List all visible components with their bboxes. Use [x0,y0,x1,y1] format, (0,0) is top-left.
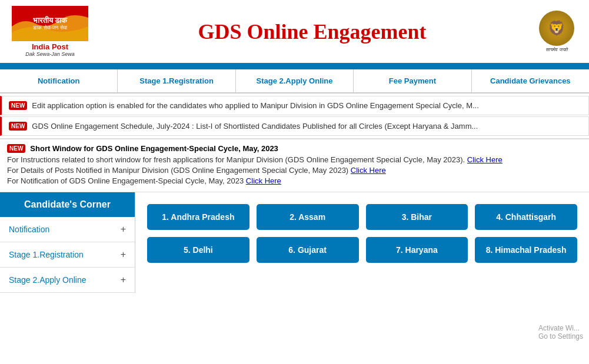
notice-title-row: NEW Short Window for GDS Online Engageme… [7,144,582,153]
notice-new-badge: NEW [7,144,25,153]
notice-line-3: For Notification of GDS Online Engagemen… [7,176,582,185]
india-post-logo-box: भारतीय डाक डाक सेवा-जन सेवा [12,6,88,41]
new-badge-1: NEW [9,101,27,110]
emblem-icon: 🦁 [539,11,574,46]
logo-slogan-text: डाक सेवा-जन सेवा [33,25,67,31]
sidebar-stage1-item: Stage 1.Registration + [0,242,135,268]
nav-fee-payment[interactable]: Fee Payment [354,69,471,92]
national-emblem: 🦁 सत्यमेव जयते [536,8,577,55]
blue-divider-bar [0,65,589,69]
state-btn-himachal-pradesh[interactable]: 8. Himachal Pradesh [475,237,577,263]
main-layout: Candidate's Corner Notification + Stage … [0,192,589,293]
notice-link-3[interactable]: Click Here [246,176,281,185]
announcement-text-1: Edit application option is enabled for t… [32,101,478,110]
notice-line-1-text: For Instructions related to short window… [7,155,465,164]
state-grid-area: 1. Andhra Pradesh2. Assam3. Bihar4. Chha… [135,192,589,293]
state-grid: 1. Andhra Pradesh2. Assam3. Bihar4. Chha… [147,204,577,263]
site-title: GDS Online Engagement [88,19,536,44]
announcement-text-2: GDS Online Engagement Schedule, July-202… [32,122,478,131]
sidebar-stage2-item: Stage 2.Apply Online + [0,268,135,293]
sidebar: Candidate's Corner Notification + Stage … [0,192,135,293]
logo-hindi-text: भारतीय डाक [33,16,67,25]
sidebar-notification-plus: + [121,224,126,235]
announcement-bar-1: NEW Edit application option is enabled f… [0,96,589,115]
notice-line-2: For Details of Posts Notified in Manipur… [7,166,582,175]
emblem-text: सत्यमेव जयते [545,47,567,53]
sidebar-notification-item: Notification + [0,217,135,242]
state-btn-gujarat[interactable]: 6. Gujarat [257,237,359,263]
new-badge-2: NEW [9,122,27,131]
notice-link-2[interactable]: Click Here [351,166,386,175]
logo-area: भारतीय डाक डाक सेवा-जन सेवा India Post D… [12,6,88,57]
sidebar-stage2-toggle[interactable]: Stage 2.Apply Online + [0,268,135,292]
notice-line-3-text: For Notification of GDS Online Engagemen… [7,176,244,185]
sidebar-stage1-toggle[interactable]: Stage 1.Registration + [0,242,135,267]
notice-link-1[interactable]: Click Here [467,155,503,164]
notice-line-1: For Instructions related to short window… [7,155,582,164]
state-btn-chhattisgarh[interactable]: 4. Chhattisgarh [475,204,577,230]
announcement-bar-2: NEW GDS Online Engagement Schedule, July… [0,116,589,136]
nav-stage1-registration[interactable]: Stage 1.Registration [118,69,235,92]
sidebar-notification-label: Notification [9,225,49,234]
state-btn-delhi[interactable]: 5. Delhi [147,237,249,263]
sidebar-stage2-plus: + [121,275,126,285]
nav-candidate-grievances[interactable]: Candidate Grievances [472,69,589,92]
notice-line-2-text: For Details of Posts Notified in Manipur… [7,166,348,175]
notices-section: NEW Short Window for GDS Online Engageme… [0,138,589,192]
india-post-subtitle: Dak Sewa-Jan Sewa [25,51,75,57]
nav-notification[interactable]: Notification [0,69,118,92]
sidebar-stage1-plus: + [121,249,126,260]
page-header: भारतीय डाक डाक सेवा-जन सेवा India Post D… [0,0,589,65]
sidebar-stage1-label: Stage 1.Registration [9,250,84,259]
state-btn-haryana[interactable]: 7. Haryana [366,237,468,263]
site-title-area: GDS Online Engagement [88,19,536,44]
navigation-bar: Notification Stage 1.Registration Stage … [0,69,589,93]
state-btn-bihar[interactable]: 3. Bihar [366,204,468,230]
india-post-label: India Post [32,42,68,51]
candidates-corner-header: Candidate's Corner [0,192,135,217]
state-btn-assam[interactable]: 2. Assam [257,204,359,230]
notice-title-text: Short Window for GDS Online Engagement-S… [30,144,278,153]
state-btn-andhra-pradesh[interactable]: 1. Andhra Pradesh [147,204,249,230]
sidebar-notification-toggle[interactable]: Notification + [0,217,135,242]
nav-stage2-apply-online[interactable]: Stage 2.Apply Online [236,69,354,92]
sidebar-stage2-label: Stage 2.Apply Online [9,275,86,285]
